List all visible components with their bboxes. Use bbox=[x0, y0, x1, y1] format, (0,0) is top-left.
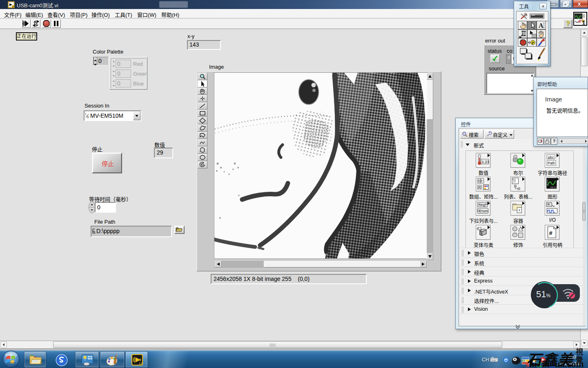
svg-text:I: I bbox=[85, 112, 86, 116]
svg-text:#: # bbox=[549, 230, 552, 236]
svg-text:abc: abc bbox=[548, 156, 555, 160]
svg-text:0: 0 bbox=[547, 184, 548, 186]
svg-text:Enum: Enum bbox=[479, 209, 488, 213]
svg-text:Path: Path bbox=[548, 161, 555, 165]
svg-text:15: 15 bbox=[139, 362, 143, 366]
svg-text:0: 0 bbox=[87, 115, 89, 119]
svg-text:[8]: [8] bbox=[478, 186, 481, 189]
svg-text:1: 1 bbox=[582, 20, 585, 25]
svg-text:Ring: Ring bbox=[478, 203, 485, 207]
svg-text:A: A bbox=[539, 22, 543, 29]
svg-text:1.23: 1.23 bbox=[482, 160, 489, 164]
svg-text:0.0 1.0: 0.0 1.0 bbox=[550, 186, 557, 188]
svg-text:15: 15 bbox=[12, 5, 14, 8]
svg-text:P: P bbox=[532, 41, 534, 45]
svg-text:3 4: 3 4 bbox=[478, 181, 482, 183]
